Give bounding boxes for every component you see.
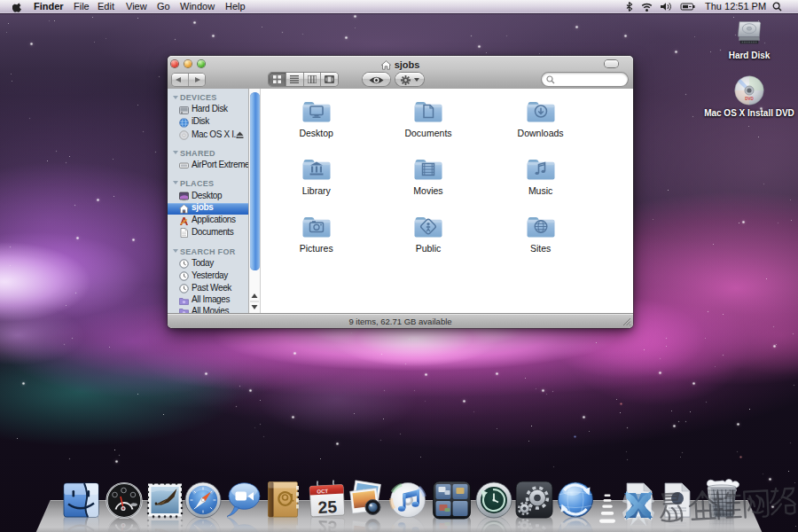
svg-text:25: 25 xyxy=(317,497,338,517)
svg-text:DVD: DVD xyxy=(745,97,754,101)
svg-text:OCT: OCT xyxy=(317,489,328,495)
